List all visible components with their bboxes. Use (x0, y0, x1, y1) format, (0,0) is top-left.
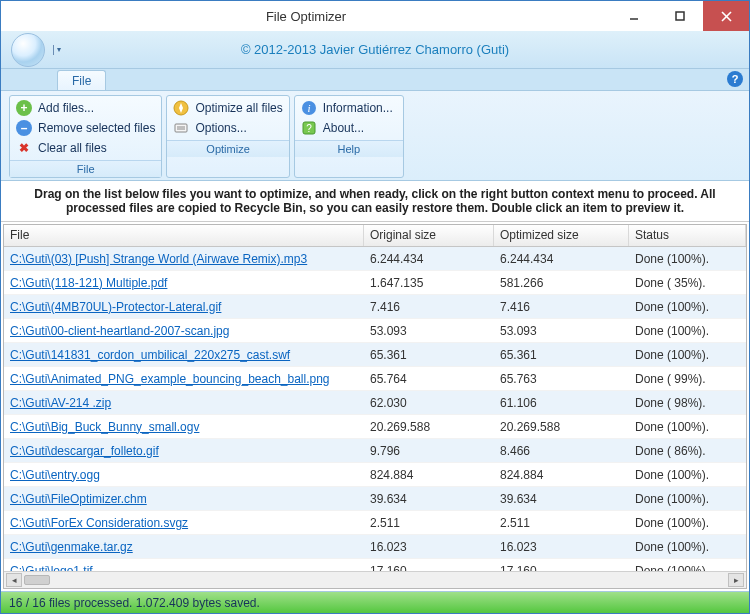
titlebar: File Optimizer (1, 1, 749, 31)
cell-status: Done (100%). (629, 252, 746, 266)
file-link[interactable]: C:\Guti\Big_Buck_Bunny_small.ogv (10, 420, 199, 434)
cell-status: Done (100%). (629, 540, 746, 554)
cell-optimized: 65.361 (494, 348, 629, 362)
cell-optimized: 7.416 (494, 300, 629, 314)
table-row[interactable]: C:\Guti\ForEx Consideration.svgz2.5112.5… (4, 511, 746, 535)
qat-dropdown-icon[interactable] (53, 45, 63, 55)
about-icon: ? (301, 120, 317, 136)
optimize-all-button[interactable]: Optimize all files (173, 100, 282, 116)
quick-access-toolbar (53, 45, 63, 55)
table-row[interactable]: C:\Guti\FileOptimizer.chm39.63439.634Don… (4, 487, 746, 511)
file-link[interactable]: C:\Guti\(03) [Push] Strange World (Airwa… (10, 252, 307, 266)
cell-original: 65.764 (364, 372, 494, 386)
app-orb-button[interactable] (11, 33, 45, 67)
cell-status: Done (100%). (629, 324, 746, 338)
svg-text:i: i (307, 102, 310, 114)
window-buttons (611, 1, 749, 31)
cell-optimized: 65.763 (494, 372, 629, 386)
remove-selected-button[interactable]: – Remove selected files (16, 120, 155, 136)
cell-optimized: 581.266 (494, 276, 629, 290)
table-row[interactable]: C:\Guti\AV-214 .zip62.03061.106Done ( 98… (4, 391, 746, 415)
horizontal-scrollbar[interactable]: ◂ ▸ (4, 571, 746, 588)
cell-original: 1.647.135 (364, 276, 494, 290)
remove-icon: – (16, 120, 32, 136)
cell-file: C:\Guti\00-client-heartland-2007-scan.jp… (4, 324, 364, 338)
file-link[interactable]: C:\Guti\00-client-heartland-2007-scan.jp… (10, 324, 229, 338)
clear-all-button[interactable]: ✖ Clear all files (16, 140, 155, 156)
grid-body[interactable]: C:\Guti\(03) [Push] Strange World (Airwa… (4, 247, 746, 571)
cell-optimized: 20.269.588 (494, 420, 629, 434)
cell-file: C:\Guti\logo1.tif (4, 564, 364, 572)
file-link[interactable]: C:\Guti\(118-121) Multiple.pdf (10, 276, 167, 290)
cell-optimized: 61.106 (494, 396, 629, 410)
cell-optimized: 824.884 (494, 468, 629, 482)
optimize-all-label: Optimize all files (195, 101, 282, 115)
svg-rect-1 (676, 12, 684, 20)
add-files-button[interactable]: + Add files... (16, 100, 155, 116)
ribbon-group-file: + Add files... – Remove selected files ✖… (9, 95, 162, 178)
remove-selected-label: Remove selected files (38, 121, 155, 135)
cell-file: C:\Guti\genmake.tar.gz (4, 540, 364, 554)
cell-status: Done ( 99%). (629, 372, 746, 386)
cell-original: 65.361 (364, 348, 494, 362)
cell-status: Done ( 35%). (629, 276, 746, 290)
cell-optimized: 6.244.434 (494, 252, 629, 266)
cell-status: Done (100%). (629, 516, 746, 530)
options-label: Options... (195, 121, 246, 135)
tab-file[interactable]: File (57, 70, 106, 90)
table-row[interactable]: C:\Guti\00-client-heartland-2007-scan.jp… (4, 319, 746, 343)
ribbon: + Add files... – Remove selected files ✖… (1, 91, 749, 181)
table-row[interactable]: C:\Guti\Animated_PNG_example_bouncing_be… (4, 367, 746, 391)
file-link[interactable]: C:\Guti\(4MB70UL)-Protector-Lateral.gif (10, 300, 221, 314)
ribbon-tabs: File ? (1, 69, 749, 91)
file-link[interactable]: C:\Guti\descargar_folleto.gif (10, 444, 159, 458)
about-button[interactable]: ? About... (301, 120, 397, 136)
help-icon[interactable]: ? (727, 71, 743, 87)
ribbon-group-help: i Information... ? About... Help (294, 95, 404, 178)
cell-status: Done (100%). (629, 348, 746, 362)
status-bar: 16 / 16 files processed. 1.072.409 bytes… (1, 591, 749, 613)
file-link[interactable]: C:\Guti\genmake.tar.gz (10, 540, 133, 554)
options-button[interactable]: Options... (173, 120, 282, 136)
table-row[interactable]: C:\Guti\(03) [Push] Strange World (Airwa… (4, 247, 746, 271)
table-row[interactable]: C:\Guti\141831_cordon_umbilical_220x275_… (4, 343, 746, 367)
col-header-file[interactable]: File (4, 225, 364, 246)
table-row[interactable]: C:\Guti\descargar_folleto.gif9.7968.466D… (4, 439, 746, 463)
table-row[interactable]: C:\Guti\Big_Buck_Bunny_small.ogv20.269.5… (4, 415, 746, 439)
file-link[interactable]: C:\Guti\logo1.tif (10, 564, 93, 572)
minimize-button[interactable] (611, 1, 657, 31)
maximize-button[interactable] (657, 1, 703, 31)
file-link[interactable]: C:\Guti\entry.ogg (10, 468, 100, 482)
cell-original: 53.093 (364, 324, 494, 338)
file-link[interactable]: C:\Guti\AV-214 .zip (10, 396, 111, 410)
table-row[interactable]: C:\Guti\(118-121) Multiple.pdf1.647.1355… (4, 271, 746, 295)
cell-status: Done (100%). (629, 468, 746, 482)
col-header-original[interactable]: Original size (364, 225, 494, 246)
col-header-optimized[interactable]: Optimized size (494, 225, 629, 246)
file-link[interactable]: C:\Guti\141831_cordon_umbilical_220x275_… (10, 348, 290, 362)
file-link[interactable]: C:\Guti\FileOptimizer.chm (10, 492, 147, 506)
file-link[interactable]: C:\Guti\ForEx Consideration.svgz (10, 516, 188, 530)
scroll-left-button[interactable]: ◂ (6, 573, 22, 587)
close-button[interactable] (703, 1, 749, 31)
cell-status: Done ( 86%). (629, 444, 746, 458)
information-button[interactable]: i Information... (301, 100, 397, 116)
table-row[interactable]: C:\Guti\entry.ogg824.884824.884Done (100… (4, 463, 746, 487)
cell-file: C:\Guti\descargar_folleto.gif (4, 444, 364, 458)
ribbon-topstrip: © 2012-2013 Javier Gutiérrez Chamorro (G… (1, 31, 749, 69)
cell-status: Done ( 98%). (629, 396, 746, 410)
scroll-thumb[interactable] (24, 575, 50, 585)
file-link[interactable]: C:\Guti\Animated_PNG_example_bouncing_be… (10, 372, 330, 386)
col-header-status[interactable]: Status (629, 225, 746, 246)
table-row[interactable]: C:\Guti\(4MB70UL)-Protector-Lateral.gif7… (4, 295, 746, 319)
table-row[interactable]: C:\Guti\logo1.tif17.16017.160Done (100%)… (4, 559, 746, 571)
cell-file: C:\Guti\Big_Buck_Bunny_small.ogv (4, 420, 364, 434)
cell-original: 16.023 (364, 540, 494, 554)
cell-original: 7.416 (364, 300, 494, 314)
group-help-label: Help (295, 140, 403, 157)
scroll-right-button[interactable]: ▸ (728, 573, 744, 587)
cell-file: C:\Guti\AV-214 .zip (4, 396, 364, 410)
cell-original: 2.511 (364, 516, 494, 530)
table-row[interactable]: C:\Guti\genmake.tar.gz16.02316.023Done (… (4, 535, 746, 559)
group-optimize-label: Optimize (167, 140, 288, 157)
